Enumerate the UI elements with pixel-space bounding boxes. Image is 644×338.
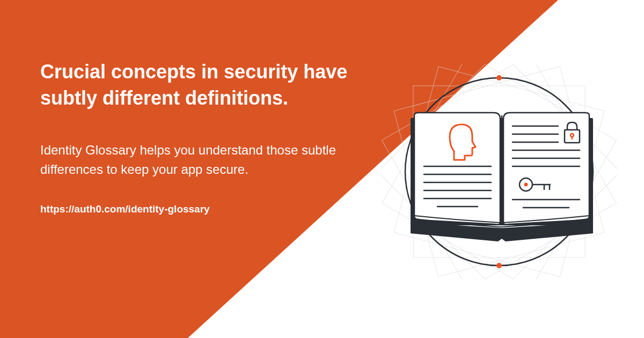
book-illustration xyxy=(381,64,617,279)
text-content: Crucial concepts in security have subtly… xyxy=(40,59,362,215)
subhead: Identity Glossary helps you understand t… xyxy=(40,141,362,179)
svg-point-9 xyxy=(496,263,502,268)
url-text: https://auth0.com/identity-glossary xyxy=(40,203,362,215)
headline: Crucial concepts in security have subtly… xyxy=(40,59,362,111)
svg-point-28 xyxy=(524,183,528,187)
svg-point-8 xyxy=(496,75,502,80)
